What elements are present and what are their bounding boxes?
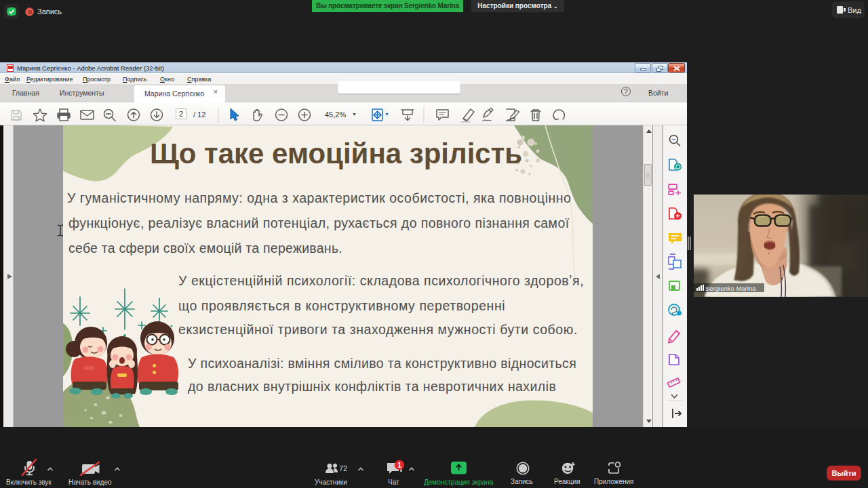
svg-text:1: 1	[397, 462, 401, 469]
